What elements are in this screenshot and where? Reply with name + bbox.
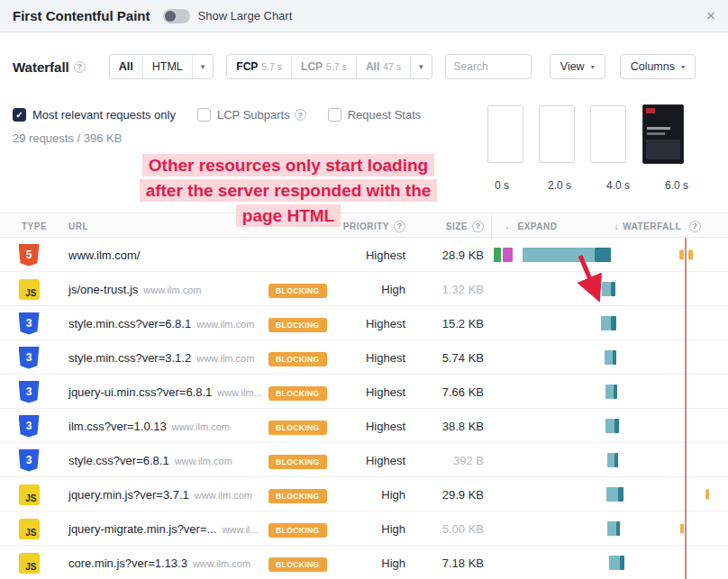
section-title: Waterfall: [13, 59, 69, 75]
table-row[interactable]: JS js/one-trust.js www.ilm.com BLOCKING …: [0, 272, 728, 306]
request-domain: www.ilm.com: [175, 456, 232, 466]
search-input[interactable]: [445, 54, 532, 79]
checkbox-request-stats[interactable]: ✓ Request Stats: [328, 108, 422, 122]
toggle-knob: [165, 11, 176, 22]
waterfall-bars: [491, 511, 728, 546]
blocking-badge: BLOCKING: [268, 352, 327, 366]
filmstrip-frame-3[interactable]: [590, 105, 626, 163]
request-url: style.min.css?ver=3.1.2: [68, 351, 191, 365]
table-row[interactable]: JS jquery.min.js?ver=3.7.1 www.ilm.com B…: [0, 477, 728, 511]
request-domain: www.ilm.com: [196, 319, 254, 330]
columns-button[interactable]: Columns ▾: [620, 54, 696, 79]
request-domain: www.il...: [222, 524, 258, 535]
metric-lcp-button[interactable]: LCP 5.7 s: [291, 55, 356, 78]
size-value: 392 B: [405, 454, 491, 467]
priority-value: High: [323, 522, 405, 536]
table-row[interactable]: JS core.min.js?ver=1.13.3 www.ilm.com BL…: [0, 546, 728, 579]
column-header-waterfall[interactable]: ↓ WATERFALL ?: [614, 221, 701, 232]
help-icon[interactable]: ?: [394, 221, 405, 232]
time-label: 2.0 s: [532, 179, 587, 192]
size-value: 7.66 KB: [405, 385, 491, 399]
waterfall-bars: [491, 409, 728, 443]
request-domain: www.ilm.com: [196, 353, 254, 364]
thumbnail-text-line: [647, 127, 670, 130]
priority-value: Highest: [323, 420, 405, 433]
column-header-size[interactable]: SIZE ?: [405, 221, 491, 232]
size-value: 5.74 KB: [405, 351, 491, 365]
priority-value: High: [323, 556, 405, 570]
request-domain: www.ilm...: [217, 387, 261, 398]
column-header-priority[interactable]: PRIORITY ?: [323, 221, 405, 232]
priority-value: Highest: [323, 454, 405, 467]
priority-value: High: [323, 283, 405, 296]
js-file-icon: JS: [19, 279, 40, 300]
table-row[interactable]: 5 www.ilm.com/ Highest 28.9 KB: [0, 238, 728, 272]
table-row[interactable]: 3 style.min.css?ver=6.8.1 www.ilm.com BL…: [0, 306, 728, 340]
css-file-icon: 3: [19, 312, 40, 335]
filter-html-button[interactable]: HTML: [142, 55, 192, 78]
sort-arrow-down-icon: ↓: [614, 222, 620, 231]
help-icon[interactable]: ?: [74, 61, 86, 73]
table-row[interactable]: 3 jquery-ui.min.css?ver=6.8.1 www.ilm...…: [0, 375, 728, 409]
request-url: js/one-trust.js: [68, 283, 138, 296]
thumbnail-image-block: [646, 140, 680, 159]
table-header: TYPE URL PRIORITY ? SIZE ? ← EXPAND: [0, 213, 728, 238]
waterfall-bars: [491, 477, 728, 511]
fcp-marker-line: [685, 238, 687, 579]
chevron-down-icon: ▾: [681, 63, 685, 71]
table-row[interactable]: 3 style.css?ver=6.8.1 www.ilm.com BLOCKI…: [0, 443, 728, 477]
request-url: www.ilm.com/: [68, 249, 140, 262]
expand-control[interactable]: ← EXPAND: [505, 222, 557, 231]
blocking-badge: BLOCKING: [268, 318, 327, 332]
checkbox-lcp-subparts[interactable]: ✓ LCP Subparts ?: [197, 108, 306, 122]
request-url: core.min.js?ver=1.13.3: [68, 556, 187, 570]
view-button[interactable]: View ▾: [550, 54, 605, 79]
js-file-icon: JS: [19, 484, 40, 505]
css-file-icon: 3: [19, 449, 40, 472]
request-summary: 29 requests / 396 KB: [13, 131, 122, 145]
column-header-url: URL: [58, 222, 261, 231]
css-file-icon: 3: [19, 381, 40, 403]
filmstrip-frame-4[interactable]: [642, 104, 684, 164]
toggle-label: Show Large Chart: [198, 9, 293, 23]
html-file-icon: 5: [19, 244, 40, 267]
request-domain: www.ilm.com: [143, 285, 201, 295]
time-label: 6.0 s: [650, 179, 704, 192]
request-url: style.css?ver=6.8.1: [68, 454, 169, 467]
app-root: First Contentful Paint Show Large Chart …: [0, 0, 728, 579]
waterfall-bars: [491, 238, 728, 272]
request-url: jquery-migrate.min.js?ver=...: [68, 522, 216, 536]
column-header-type: TYPE: [0, 222, 58, 231]
request-url: jquery-ui.min.css?ver=6.8.1: [68, 385, 212, 399]
checkbox-most-relevant[interactable]: ✓ Most relevant requests only: [13, 108, 176, 122]
js-file-icon: JS: [19, 553, 40, 574]
checkbox-box: ✓: [13, 108, 26, 122]
blocking-badge: BLOCKING: [268, 284, 327, 298]
metric-all-button[interactable]: All 47 s: [356, 55, 410, 78]
show-large-chart-toggle[interactable]: [163, 9, 190, 23]
filmstrip-frame-2[interactable]: [539, 105, 575, 163]
metric-fcp-button[interactable]: FCP 5.7 s: [227, 55, 291, 78]
toolbar: Waterfall ? All HTML ▾ FCP 5.7 s LCP 5.7…: [13, 54, 696, 79]
table-row[interactable]: 3 style.min.css?ver=3.1.2 www.ilm.com BL…: [0, 340, 728, 375]
size-value: 1.32 KB: [405, 283, 491, 296]
priority-value: Highest: [323, 317, 405, 330]
arrow-left-icon: ←: [505, 222, 514, 231]
size-value: 5.00 KB: [405, 522, 491, 536]
chevron-down-icon[interactable]: ▾: [410, 55, 432, 78]
help-icon[interactable]: ?: [472, 221, 484, 232]
table-row[interactable]: 3 ilm.css?ver=1.0.13 www.ilm.com BLOCKIN…: [0, 409, 728, 443]
close-icon[interactable]: ×: [706, 8, 715, 23]
blocking-badge: BLOCKING: [268, 557, 327, 572]
help-icon[interactable]: ?: [689, 221, 701, 232]
check-icon: ✓: [15, 110, 23, 120]
chevron-down-icon[interactable]: ▾: [192, 55, 214, 78]
waterfall-bars: [491, 443, 728, 477]
js-file-icon: JS: [19, 519, 40, 539]
filter-all-button[interactable]: All: [110, 55, 142, 78]
filmstrip-frame-1[interactable]: [487, 105, 523, 163]
waterfall-bars: [491, 546, 728, 579]
table-row[interactable]: JS jquery-migrate.min.js?ver=... www.il.…: [0, 511, 728, 546]
type-filter-group: All HTML ▾: [109, 54, 214, 79]
help-icon[interactable]: ?: [295, 109, 306, 121]
